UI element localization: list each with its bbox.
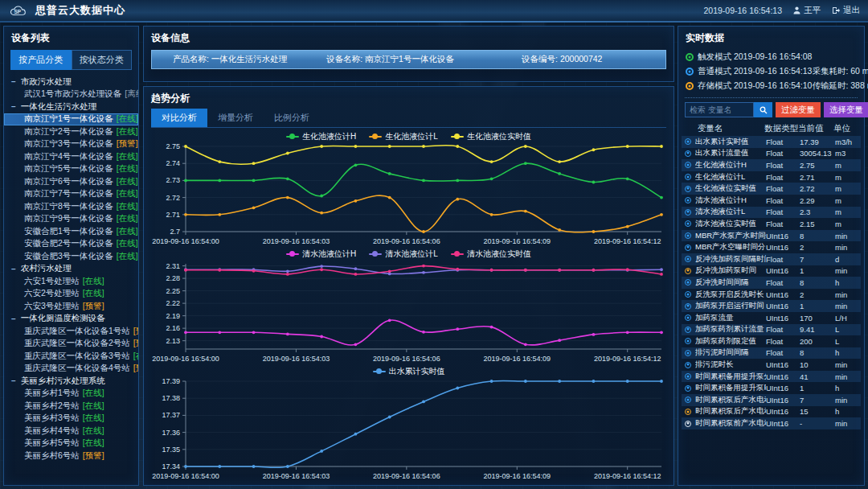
table-row[interactable]: 排污泥时间间隔Float8h: [682, 347, 861, 360]
table-row[interactable]: 清水池液位计HFloat2.29m: [682, 195, 861, 207]
legend-item[interactable]: 生化池液位计L: [369, 131, 438, 142]
tree-device-item[interactable]: 南京江宁3号一体化设备[预警]: [4, 138, 138, 151]
table-row[interactable]: 时间累积备用提升泵分UInt1641min: [682, 371, 861, 383]
variable-status-icon[interactable]: [685, 268, 691, 274]
legend-item[interactable]: 清水池液位计L: [369, 249, 438, 260]
variable-status-icon[interactable]: [685, 314, 691, 321]
trend-tab-2[interactable]: 比例分析: [264, 109, 320, 127]
collapse-icon[interactable]: −: [11, 376, 16, 385]
collapse-icon[interactable]: −: [11, 314, 16, 323]
tree-device-item[interactable]: 美丽乡村4号站[在线]: [4, 425, 138, 438]
variable-status-icon[interactable]: [685, 162, 691, 168]
collapse-icon[interactable]: −: [11, 102, 16, 111]
tree-device-item[interactable]: 重庆武隆区一体化设备3号站[在线]: [4, 350, 138, 363]
table-row[interactable]: 加药泵开启运行时间UInt161min: [682, 300, 861, 312]
legend-item[interactable]: 生化池液位计H: [286, 131, 356, 142]
table-row[interactable]: 反冲洗时间间隔Float8h: [682, 277, 861, 289]
trend-tab-1[interactable]: 增量分析: [207, 109, 264, 127]
table-row[interactable]: MBR产水空曝时间分UInt162min: [682, 241, 861, 253]
filter-variable-button[interactable]: 过滤变量: [776, 102, 821, 117]
tree-device-item[interactable]: 美丽乡村5号站[在线]: [4, 438, 138, 450]
tree-device-item[interactable]: 南京江宁6号一体化设备[在线]: [4, 175, 138, 188]
tree-device-item[interactable]: 南京江宁7号一体化设备[在线]: [4, 188, 138, 201]
tree-device-item[interactable]: 重庆武隆区一体化设备4号站[预警]: [4, 363, 138, 376]
variable-status-icon[interactable]: [685, 232, 691, 239]
header-user[interactable]: 王平: [793, 5, 821, 16]
table-row[interactable]: 反洗泵开启反洗时长UInt162min: [682, 289, 861, 301]
tree-device-item[interactable]: 南京江宁5号一体化设备[在线]: [4, 163, 138, 176]
tree-device-item[interactable]: 南京江宁1号一体化设备[在线]: [4, 113, 138, 126]
variable-status-icon[interactable]: [685, 385, 691, 392]
variable-status-icon[interactable]: [685, 397, 691, 403]
tree-device-item[interactable]: 武汉1号市政污水处理设备[离线]: [4, 88, 138, 101]
variable-status-icon[interactable]: [685, 244, 691, 251]
table-row[interactable]: 反冲洗加药泵时间UInt161min: [682, 265, 861, 277]
table-row[interactable]: MBR产水泵产水时间分UInt168min: [682, 230, 861, 242]
collapse-icon[interactable]: −: [11, 265, 16, 273]
search-input[interactable]: [685, 102, 754, 117]
variable-status-icon[interactable]: [685, 327, 691, 333]
table-row[interactable]: 出水累计流量值Float30054.13m3: [682, 148, 861, 160]
variable-status-icon[interactable]: [685, 291, 691, 298]
tree-device-item[interactable]: 安徽合肥3号一体化设备[在线]: [4, 250, 138, 263]
table-row[interactable]: 时间累积备用提升泵时UInt161h: [682, 382, 861, 394]
tree-device-item[interactable]: 安徽合肥1号一体化设备[在线]: [4, 225, 138, 238]
table-row[interactable]: 清水池液位实时值Float2.15m: [682, 218, 861, 230]
legend-item[interactable]: 清水池液位计H: [286, 249, 356, 260]
tree-device-item[interactable]: 南京江宁8号一体化设备[在线]: [4, 200, 138, 213]
legend-item[interactable]: 出水累计实时值: [373, 366, 445, 377]
variable-status-icon[interactable]: [685, 373, 691, 380]
tree-category-0[interactable]: −市政污水处理: [4, 76, 138, 88]
select-variable-button[interactable]: 选择变量: [824, 102, 868, 117]
table-row[interactable]: 排污泥时长UInt1610min: [682, 359, 861, 371]
tree-category-3[interactable]: −一体化厕温度检测设备: [4, 313, 138, 326]
variable-status-icon[interactable]: [685, 138, 691, 145]
tree-device-item[interactable]: 重庆武隆区一体化设备1号站[预警]: [4, 325, 138, 338]
legend-item[interactable]: 生化池液位实时值: [451, 131, 531, 142]
variable-status-icon[interactable]: [685, 256, 691, 262]
sidebar-tab-1[interactable]: 按状态分类: [72, 50, 133, 70]
variable-status-icon[interactable]: [685, 279, 691, 286]
variable-status-icon[interactable]: [685, 409, 691, 415]
trend-tab-0[interactable]: 对比分析: [151, 109, 207, 127]
variable-status-icon[interactable]: [685, 174, 691, 180]
sidebar-tab-0[interactable]: 按产品分类: [10, 50, 72, 70]
table-row[interactable]: 生化池液位计HFloat2.75m: [682, 159, 861, 171]
table-row[interactable]: 生化池液位计LFloat2.71m: [682, 171, 861, 183]
tree-device-item[interactable]: 南京江宁2号一体化设备[在线]: [4, 125, 138, 138]
table-row[interactable]: 出水累计实时值Float17.39m3/h: [682, 136, 861, 148]
tree-device-item[interactable]: 六安1号处理站[在线]: [4, 275, 138, 288]
variable-status-icon[interactable]: [685, 209, 691, 216]
variable-status-icon[interactable]: [685, 220, 691, 227]
variable-status-icon[interactable]: [685, 197, 691, 203]
tree-category-4[interactable]: −美丽乡村污水处理系统: [4, 375, 138, 388]
tree-device-item[interactable]: 南京江宁9号一体化设备[在线]: [4, 213, 138, 226]
tree-device-item[interactable]: 安徽合肥2号一体化设备[在线]: [4, 238, 138, 251]
table-row[interactable]: 时间累积泵前产水电动阀分UInt16-min: [682, 417, 861, 429]
tree-device-item[interactable]: 重庆武隆区一体化设备2号站[预警]: [4, 338, 138, 351]
tree-device-item[interactable]: 南京江宁4号一体化设备[在线]: [4, 150, 138, 163]
tree-device-item[interactable]: 六安3号处理站[预警]: [4, 300, 138, 313]
tree-device-item[interactable]: 六安2号处理站[在线]: [4, 288, 138, 301]
variable-status-icon[interactable]: [685, 421, 691, 427]
tree-category-2[interactable]: −农村污水处理: [4, 263, 138, 276]
table-row[interactable]: 加药泵药剂累计流量Float9.41L: [682, 324, 861, 336]
variable-status-icon[interactable]: [685, 186, 691, 192]
variable-status-icon[interactable]: [685, 303, 691, 310]
collapse-icon[interactable]: −: [11, 77, 16, 86]
table-row[interactable]: 时间累积泵后产水电动阀时UInt1615h: [682, 406, 861, 418]
table-row[interactable]: 加药泵药剂限定值Float200L: [682, 335, 861, 347]
tree-device-item[interactable]: 美丽乡村1号站[在线]: [4, 388, 138, 401]
variable-status-icon[interactable]: [685, 150, 691, 157]
table-row[interactable]: 清水池液位计LFloat2.3m: [682, 207, 861, 219]
tree-device-item[interactable]: 美丽乡村6号站[预警]: [4, 450, 138, 462]
tree-device-item[interactable]: 美丽乡村3号站[在线]: [4, 413, 138, 425]
logout-button[interactable]: 退出: [832, 5, 860, 16]
legend-item[interactable]: 清水池液位实时值: [451, 249, 531, 260]
tree-device-item[interactable]: 美丽乡村2号站[在线]: [4, 400, 138, 413]
search-button[interactable]: [754, 102, 772, 117]
table-row[interactable]: 生化池液位实时值Float2.72m: [682, 183, 861, 195]
table-row[interactable]: 时间累积泵后产水电动阀分UInt167min: [682, 394, 861, 406]
table-row[interactable]: 加药泵流量UInt16170L/H: [682, 312, 861, 324]
variable-status-icon[interactable]: [685, 338, 691, 344]
